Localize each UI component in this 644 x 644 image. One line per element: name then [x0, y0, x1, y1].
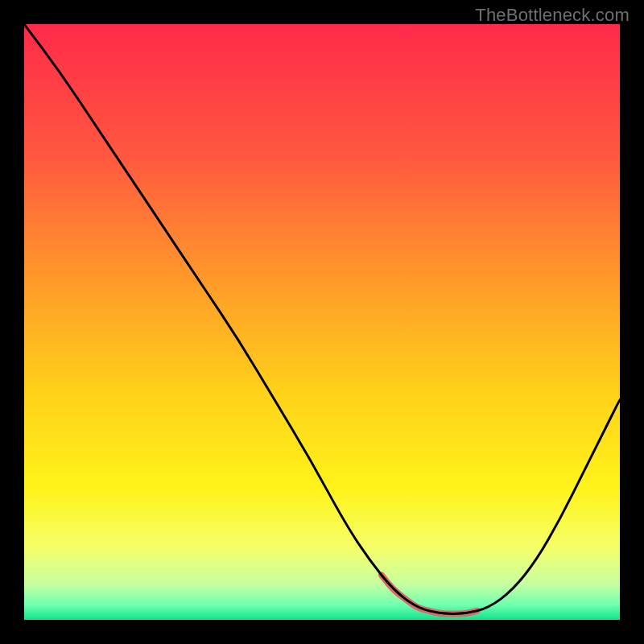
plot-area — [24, 24, 620, 620]
watermark-text: TheBottleneck.com — [475, 5, 630, 26]
gradient-background — [24, 24, 620, 620]
chart-svg — [24, 24, 620, 620]
chart-frame: TheBottleneck.com — [0, 0, 644, 644]
